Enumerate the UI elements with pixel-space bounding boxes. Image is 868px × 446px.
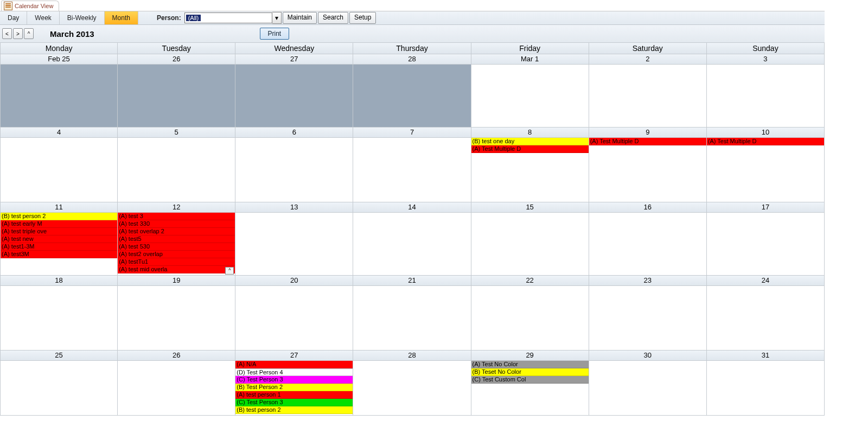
event-item[interactable]: (B) test person 2	[235, 406, 353, 414]
event-item[interactable]: (A) test1-3M	[1, 243, 117, 251]
tab-calendar-view[interactable]: Calendar View	[1, 1, 59, 11]
date-header[interactable]: 18	[0, 276, 118, 286]
event-item[interactable]: (A) test 330	[118, 220, 235, 228]
calendar-cell[interactable]: (A) Test Multiple D	[707, 138, 825, 202]
print-button[interactable]: Print	[260, 28, 290, 40]
date-header[interactable]: 27	[235, 351, 353, 361]
event-item[interactable]: (A) test new	[1, 235, 117, 243]
calendar-cell[interactable]	[589, 65, 707, 128]
event-item[interactable]: (C) Test Custom Col	[471, 376, 589, 384]
calendar-cell[interactable]	[353, 361, 471, 416]
event-item[interactable]: (A) test early M	[1, 220, 117, 228]
event-item[interactable]: (A) Test Multiple D	[589, 138, 706, 145]
date-header[interactable]: 8	[471, 128, 589, 138]
event-item[interactable]: (A) N/A	[235, 361, 353, 368]
calendar-cell[interactable]	[589, 213, 707, 276]
date-header[interactable]: 7	[353, 128, 471, 138]
calendar-cell[interactable]	[0, 361, 118, 416]
date-header[interactable]: 27	[235, 54, 353, 65]
event-item[interactable]: (A) testTu1	[118, 258, 235, 266]
person-dropdown-button[interactable]: ▾	[272, 12, 282, 24]
date-header[interactable]: 24	[707, 276, 825, 286]
event-item[interactable]: (A) test 3	[118, 213, 235, 220]
date-header[interactable]: 19	[118, 276, 235, 286]
prev-button[interactable]: <	[2, 28, 12, 39]
date-header[interactable]: 31	[707, 351, 825, 361]
date-header[interactable]: 9	[589, 128, 707, 138]
event-item[interactable]: (A) test overlap 2	[118, 228, 235, 235]
calendar-cell[interactable]	[589, 286, 707, 351]
date-header[interactable]: 23	[589, 276, 707, 286]
event-item[interactable]: (A) test person 1	[235, 391, 353, 399]
event-item[interactable]: (A) test3M	[1, 251, 117, 258]
date-header[interactable]: 21	[353, 276, 471, 286]
date-header[interactable]: 15	[471, 202, 589, 213]
event-item[interactable]: (A) test triple ove	[1, 228, 117, 235]
calendar-cell[interactable]	[353, 213, 471, 276]
date-header[interactable]: 29	[471, 351, 589, 361]
date-header[interactable]: 16	[589, 202, 707, 213]
calendar-cell[interactable]	[235, 65, 353, 128]
calendar-cell[interactable]: (A) Test No Color(B) Teset No Color(C) T…	[471, 361, 589, 416]
calendar-cell[interactable]: (A) Test Multiple D	[589, 138, 707, 202]
calendar-cell[interactable]	[353, 138, 471, 202]
event-item[interactable]: (D) Test Person 4	[235, 368, 353, 376]
date-header[interactable]: 28	[353, 54, 471, 65]
date-header[interactable]: 12	[118, 202, 235, 213]
calendar-cell[interactable]	[0, 138, 118, 202]
date-header[interactable]: 26	[118, 351, 235, 361]
date-header[interactable]: 30	[589, 351, 707, 361]
up-button[interactable]: ^	[24, 28, 34, 39]
calendar-cell[interactable]	[235, 138, 353, 202]
next-button[interactable]: >	[13, 28, 23, 39]
calendar-cell[interactable]	[707, 65, 825, 128]
calendar-cell[interactable]	[589, 361, 707, 416]
calendar-cell[interactable]	[471, 65, 589, 128]
event-item[interactable]: (A) test 530	[118, 243, 235, 251]
calendar-cell[interactable]: (A) test 3(A) test 330(A) test overlap 2…	[118, 213, 235, 276]
calendar-cell[interactable]	[707, 286, 825, 351]
calendar-cell[interactable]	[0, 286, 118, 351]
maintain-button[interactable]: Maintain	[283, 12, 317, 24]
view-day[interactable]: Day	[0, 11, 27, 24]
event-item[interactable]: (A) test mid overla	[118, 266, 235, 273]
calendar-cell[interactable]: (B) test one day(A) Test Multiple D	[471, 138, 589, 202]
calendar-cell[interactable]	[707, 361, 825, 416]
event-item[interactable]: (B) test person 2	[1, 213, 117, 220]
date-header[interactable]: 17	[707, 202, 825, 213]
calendar-cell[interactable]	[235, 286, 353, 351]
event-item[interactable]: (A) Test Multiple D	[471, 145, 589, 153]
event-item[interactable]: (A) Test No Color	[471, 361, 589, 368]
date-header[interactable]: 10	[707, 128, 825, 138]
event-item[interactable]: (A) test2 overlap	[118, 251, 235, 258]
calendar-cell[interactable]	[235, 213, 353, 276]
date-header[interactable]: 26	[118, 54, 235, 65]
date-header[interactable]: 13	[235, 202, 353, 213]
date-header[interactable]: 11	[0, 202, 118, 213]
date-header[interactable]: 20	[235, 276, 353, 286]
calendar-cell[interactable]	[471, 213, 589, 276]
date-header[interactable]: 2	[589, 54, 707, 65]
event-item[interactable]: (B) Teset No Color	[471, 368, 589, 376]
view-biweekly[interactable]: Bi-Weekly	[60, 11, 105, 24]
view-week[interactable]: Week	[27, 11, 59, 24]
date-header[interactable]: 14	[353, 202, 471, 213]
date-header[interactable]: 22	[471, 276, 589, 286]
setup-button[interactable]: Setup	[349, 12, 376, 24]
calendar-cell[interactable]	[118, 286, 235, 351]
date-header[interactable]: 5	[118, 128, 235, 138]
event-item[interactable]: (C) Test Person 3	[235, 399, 353, 406]
date-header[interactable]: 4	[0, 128, 118, 138]
calendar-cell[interactable]	[353, 286, 471, 351]
date-header[interactable]: 28	[353, 351, 471, 361]
calendar-cell[interactable]	[118, 65, 235, 128]
calendar-cell[interactable]	[353, 65, 471, 128]
date-header[interactable]: 3	[707, 54, 825, 65]
date-header[interactable]: 25	[0, 351, 118, 361]
event-item[interactable]: (B) test one day	[471, 138, 589, 145]
date-header[interactable]: 6	[235, 128, 353, 138]
calendar-cell[interactable]	[471, 286, 589, 351]
more-events-button[interactable]: ^	[225, 267, 234, 275]
event-item[interactable]: (A) test5	[118, 235, 235, 243]
calendar-cell[interactable]	[0, 65, 118, 128]
